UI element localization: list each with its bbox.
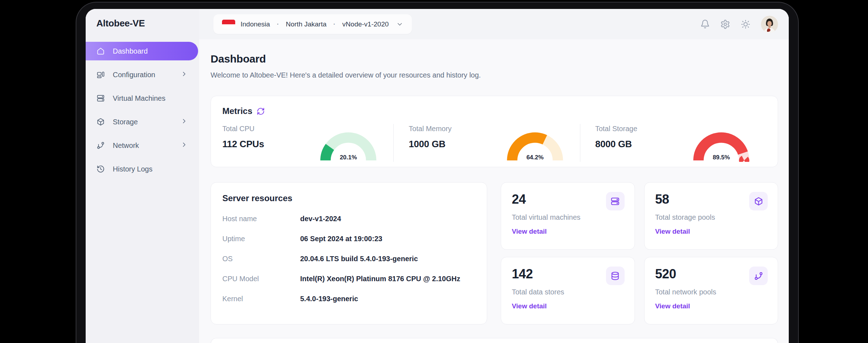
configuration-icon (96, 70, 105, 79)
history-log-card-partial (211, 338, 778, 343)
sidebar-item-label: History Logs (113, 165, 152, 173)
topbar-actions (700, 16, 778, 33)
device-frame: Altobee-VE Dashboard Configuration (76, 2, 799, 343)
avatar[interactable] (761, 16, 778, 33)
sidebar-item-network[interactable]: Network (86, 134, 199, 157)
sidebar-item-dashboard[interactable]: Dashboard (86, 42, 198, 60)
metric-label: Total Memory (409, 125, 451, 133)
page-subtitle: Welcome to Altobee-VE! Here's a detailed… (211, 70, 778, 80)
metrics-row: Total CPU 112 CPUs 20.1% Total (222, 124, 766, 162)
sidebar-item-storage[interactable]: Storage (86, 110, 199, 134)
sidebar: Altobee-VE Dashboard Configuration (86, 9, 199, 343)
location-country: Indonesia (241, 20, 270, 28)
home-icon (96, 47, 105, 55)
stat-label: Total network pools (655, 288, 767, 296)
gauge-percent: 20.1% (340, 154, 357, 161)
row-label: Host name (222, 215, 300, 223)
chevron-down-icon (396, 21, 403, 28)
row-value: 20.04.6 LTS build 5.4.0-193-generic (300, 255, 418, 263)
metric-label: Total CPU (222, 125, 264, 133)
server-row-os: OS 20.04.6 LTS build 5.4.0-193-generic (222, 255, 475, 263)
row-label: CPU Model (222, 275, 300, 283)
refresh-icon[interactable] (257, 107, 265, 115)
main-area: Indonesia · North Jakarta · vNode-v1-202… (199, 9, 789, 343)
location-node: vNode-v1-2020 (342, 20, 389, 28)
bell-icon[interactable] (700, 19, 710, 29)
git-branch-icon (96, 141, 105, 150)
view-detail-link[interactable]: View detail (655, 302, 690, 310)
location-separator: · (332, 20, 337, 28)
location-selector[interactable]: Indonesia · North Jakarta · vNode-v1-202… (213, 14, 412, 34)
memory-gauge: 64.2% (506, 132, 564, 162)
server-row-kernel: Kernel 5.4.0-193-generic (222, 295, 475, 303)
storage-gauge: 89.5% (693, 132, 750, 162)
sidebar-item-label: Virtual Machines (113, 94, 165, 103)
sidebar-item-label: Storage (113, 118, 138, 126)
sidebar-item-configuration[interactable]: Configuration (86, 63, 199, 86)
metric-total-cpu: Total CPU 112 CPUs 20.1% (222, 124, 393, 162)
git-branch-icon (749, 267, 768, 285)
stat-card-storage-pools: 58 Total storage pools View detail (644, 182, 778, 250)
sun-icon[interactable] (741, 19, 751, 29)
server-resources-card: Server resources Host name dev-v1-2024 U… (211, 182, 487, 324)
server-resources-title: Server resources (222, 193, 475, 203)
indonesia-flag (222, 20, 235, 29)
location-region: North Jakarta (286, 20, 327, 28)
gear-icon[interactable] (720, 19, 730, 29)
cube-icon (96, 118, 105, 126)
server-row-uptime: Uptime 06 Sept 2024 at 19:00:23 (222, 235, 475, 243)
server-row-host-name: Host name dev-v1-2024 (222, 215, 475, 223)
stat-label: Total storage pools (655, 213, 767, 222)
app-logo: Altobee-VE (86, 18, 199, 29)
sidebar-item-label: Configuration (113, 71, 155, 79)
metric-value: 112 CPUs (222, 139, 264, 150)
sidebar-item-label: Dashboard (113, 47, 148, 55)
row-value: dev-v1-2024 (300, 215, 341, 223)
view-detail-link[interactable]: View detail (655, 228, 690, 235)
stat-label: Total virtual machines (512, 213, 624, 222)
row-label: Kernel (222, 295, 300, 303)
row-label: OS (222, 255, 300, 263)
row-value: 06 Sept 2024 at 19:00:23 (300, 235, 382, 243)
location-separator: · (275, 20, 280, 28)
stat-card-data-stores: 142 Total data stores View detail (501, 257, 635, 324)
page-title: Dashboard (211, 52, 778, 66)
cpu-gauge: 20.1% (320, 132, 377, 162)
chevron-right-icon (181, 141, 188, 150)
app-window: Altobee-VE Dashboard Configuration (86, 9, 789, 343)
metric-total-storage: Total Storage 8000 GB 89.5% (580, 124, 766, 162)
history-icon (96, 165, 105, 173)
cube-icon (749, 192, 768, 210)
content: Dashboard Welcome to Altobee-VE! Here's … (199, 39, 789, 343)
row-value: Intel(R) Xeon(R) Platinum 8176 CPU @ 2.1… (300, 275, 460, 283)
sidebar-item-virtual-machines[interactable]: Virtual Machines (86, 86, 199, 110)
server-row-cpu-model: CPU Model Intel(R) Xeon(R) Platinum 8176… (222, 275, 475, 283)
servers-icon (606, 192, 625, 210)
gauge-percent: 89.5% (713, 154, 730, 161)
stat-label: Total data stores (512, 288, 624, 296)
view-detail-link[interactable]: View detail (512, 302, 547, 310)
sidebar-item-label: Network (113, 141, 139, 150)
sidebar-nav: Dashboard Configuration Virtual Machi (86, 42, 199, 181)
stat-card-network-pools: 520 Total network pools View detail (644, 257, 778, 324)
metric-value: 1000 GB (409, 139, 451, 150)
row-label: Uptime (222, 235, 300, 243)
row-value: 5.4.0-193-generic (300, 295, 358, 303)
metric-value: 8000 GB (595, 139, 637, 150)
gauge-percent: 64.2% (526, 154, 544, 161)
sidebar-item-history-logs[interactable]: History Logs (86, 157, 199, 181)
stat-card-virtual-machines: 24 Total virtual machines View detail (501, 182, 635, 250)
metric-total-memory: Total Memory 1000 GB 64.2% (393, 124, 580, 162)
chevron-right-icon (181, 70, 188, 79)
topbar: Indonesia · North Jakarta · vNode-v1-202… (199, 9, 789, 39)
servers-icon (96, 94, 105, 103)
database-icon (606, 267, 625, 285)
metrics-title: Metrics (222, 106, 252, 116)
stat-grid: 24 Total virtual machines View detail 58… (501, 182, 778, 324)
chevron-right-icon (181, 118, 188, 126)
metrics-card: Metrics Total CPU 112 CPUs (211, 96, 778, 167)
metric-label: Total Storage (595, 125, 637, 133)
view-detail-link[interactable]: View detail (512, 228, 547, 235)
